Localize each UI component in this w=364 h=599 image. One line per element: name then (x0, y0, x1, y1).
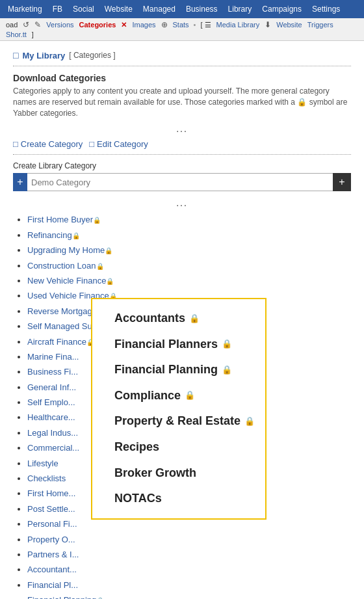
overlay-list: Accountants 🔒Financial Planners 🔒Financi… (103, 306, 255, 512)
overlay-item-label: Recipes (114, 434, 159, 460)
category-link[interactable]: Legal Indus... (27, 428, 78, 438)
overlay-list-item[interactable]: Property & Real Estate 🔒 (114, 408, 255, 434)
toolbar-media-library[interactable]: Media Library (214, 21, 262, 29)
category-link[interactable]: General Inf... (27, 382, 76, 392)
list-item[interactable]: Financial Pl... (27, 578, 351, 592)
my-library-title[interactable]: My Library (22, 51, 65, 60)
ellipsis-1: ... (13, 124, 351, 134)
overlay-lock-icon: 🔒 (222, 335, 232, 354)
toolbar-oad[interactable]: oad (4, 21, 20, 29)
category-link[interactable]: Healthcare... (27, 412, 75, 422)
nav-marketing[interactable]: Marketing (3, 0, 47, 18)
overlay-list-item[interactable]: NOTACs (114, 486, 255, 512)
list-item[interactable]: Property O... (27, 532, 351, 547)
edit-category-icon: □ (89, 139, 94, 149)
lock-icon: 🔒 (105, 245, 112, 257)
overlay-item-label: Property & Real Estate (114, 408, 240, 434)
overlay-item-label: Financial Planners (114, 332, 218, 358)
toolbar-shortt[interactable]: Shor.tt (4, 31, 29, 38)
overlay-list-item[interactable]: Financial Planners 🔒 (114, 332, 255, 358)
nav-business[interactable]: Business (181, 0, 223, 18)
lock-icon: 🔒 (93, 215, 101, 226)
category-link[interactable]: Checklists (27, 473, 66, 483)
refresh-icon[interactable]: ↺ (21, 20, 31, 29)
list-item[interactable]: Partners & I... (27, 547, 351, 562)
list-item[interactable]: Accountant... (27, 562, 351, 577)
my-library-plus-icon[interactable]: □ (13, 50, 18, 60)
stats-icon: ⊕ (159, 20, 170, 29)
toolbar-stats[interactable]: Stats (171, 21, 191, 29)
category-link[interactable]: Lifestyle (27, 459, 58, 468)
edit-category-label[interactable]: Edit Category (97, 139, 148, 149)
create-lib-input[interactable] (27, 173, 333, 191)
category-link[interactable]: Construction Loan (27, 261, 96, 271)
overlay-item-label: Financial Planning (114, 357, 218, 383)
create-category-link[interactable]: □ Create Category (13, 139, 83, 149)
category-link[interactable]: Business Fi... (27, 367, 78, 377)
create-cat-row: □ Create Category □ Edit Category (13, 139, 351, 149)
close-icon[interactable]: ✕ (119, 21, 129, 29)
category-link[interactable]: New Vehicle Finance (27, 276, 106, 286)
category-link[interactable]: Accountant... (27, 565, 77, 574)
create-library-label: Create Library Category (13, 161, 351, 170)
category-link[interactable]: Aircraft Finance (27, 337, 86, 347)
category-link[interactable]: Partners & I... (27, 550, 79, 559)
category-link[interactable]: Marine Fina... (27, 352, 79, 362)
my-library-row: □ My Library [ Categories ] (13, 47, 351, 63)
nav-settings[interactable]: Settings (307, 0, 345, 18)
list-item[interactable]: Financial Planning 🔒 (27, 592, 351, 599)
overlay-list-item[interactable]: Recipes (114, 434, 255, 460)
overlay-list-item[interactable]: Broker Growth (114, 460, 255, 486)
toolbar-bracket-close: ] (30, 31, 36, 38)
divider-line-1 (13, 66, 351, 66)
download-icon[interactable]: ⬇ (263, 20, 273, 29)
toolbar-images[interactable]: Images (130, 21, 157, 29)
nav-managed[interactable]: Managed (138, 0, 181, 18)
toolbar-triggers[interactable]: Triggers (306, 21, 335, 29)
category-link[interactable]: First Home... (27, 488, 75, 498)
category-link[interactable]: Refinancing (27, 230, 72, 240)
category-link[interactable]: Commercial... (27, 443, 79, 453)
category-link[interactable]: Upgrading My Home (27, 245, 105, 255)
nav-fb[interactable]: FB (47, 0, 68, 18)
edit-icon[interactable]: ✎ (32, 20, 43, 29)
lock-icon: 🔒 (96, 261, 104, 273)
create-category-label[interactable]: Create Category (21, 139, 83, 149)
lock-icon: 🔒 (96, 595, 104, 599)
category-link[interactable]: Personal Fi... (27, 519, 77, 529)
toolbar-versions[interactable]: Versions (44, 21, 75, 29)
overlay-lock-icon: 🔒 (189, 310, 200, 328)
list-item[interactable]: New Vehicle Finance 🔒 (27, 273, 351, 288)
divider-line-2 (13, 154, 351, 155)
category-link[interactable]: Reverse Mortgages (27, 306, 101, 316)
category-link[interactable]: Property O... (27, 535, 75, 544)
nav-library[interactable]: Library (223, 0, 257, 18)
overlay-lock-icon: 🔒 (244, 412, 255, 431)
toolbar-website[interactable]: Website (274, 21, 304, 29)
edit-category-link[interactable]: □ Edit Category (89, 139, 148, 149)
category-link[interactable]: Financial Planning (27, 595, 96, 599)
list-item[interactable]: Refinancing 🔒 (27, 228, 351, 243)
list-item[interactable]: Upgrading My Home 🔒 (27, 243, 351, 258)
nav-campaigns[interactable]: Campaigns (257, 0, 307, 18)
category-link[interactable]: First Home Buyer (27, 215, 93, 224)
category-link[interactable]: Self Emplo... (27, 397, 75, 407)
category-link[interactable]: Financial Pl... (27, 580, 78, 590)
toolbar-categories[interactable]: Categories (77, 21, 118, 29)
download-categories-title: Download Categories (13, 73, 351, 83)
nav-website[interactable]: Website (99, 0, 138, 18)
create-lib-add-button[interactable]: + (333, 173, 351, 191)
category-link[interactable]: Post Settle... (27, 504, 75, 514)
create-library-section: Create Library Category + + (13, 161, 351, 191)
overlay-list-item[interactable]: Financial Planning 🔒 (114, 357, 255, 383)
overlay-list-item[interactable]: Compliance 🔒 (114, 383, 255, 409)
download-categories-desc: Categories apply to any content you crea… (13, 86, 351, 118)
overlay-list-item[interactable]: Accountants 🔒 (114, 306, 255, 332)
lock-icon: 🔒 (106, 276, 114, 287)
list-item[interactable]: First Home Buyer 🔒 (27, 212, 351, 227)
nav-social[interactable]: Social (68, 0, 99, 18)
create-lib-plus-button[interactable]: + (13, 173, 27, 191)
ellipsis-2: ... (13, 198, 351, 208)
list-item[interactable]: Construction Loan 🔒 (27, 258, 351, 273)
top-nav: Marketing FB Social Website Managed Busi… (0, 0, 364, 18)
